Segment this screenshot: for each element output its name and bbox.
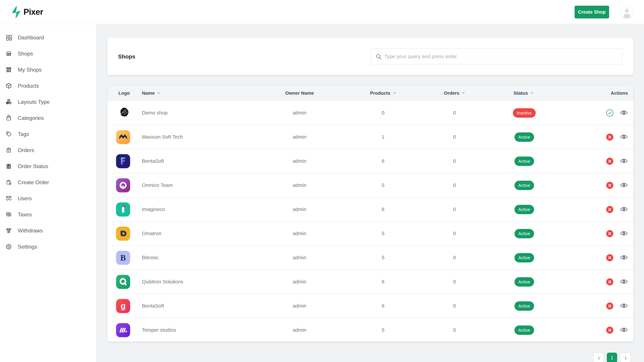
svg-text:g: g [120,301,126,311]
svg-text:B: B [120,253,126,263]
